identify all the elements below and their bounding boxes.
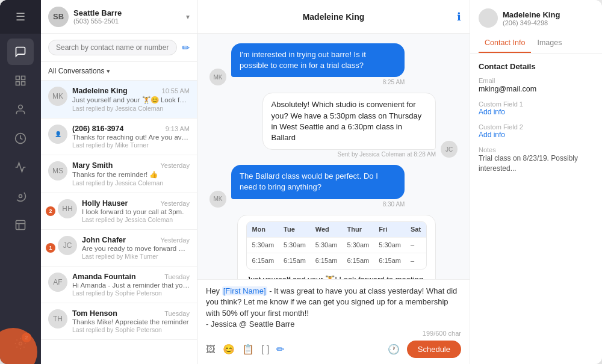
conv-body: Holly Hauser Yesterday I look forward to…: [82, 199, 190, 223]
hamburger-icon[interactable]: ☰: [16, 10, 25, 23]
conv-preview: Hi Amanda - Just a reminder that you're …: [72, 282, 190, 289]
detail-value-email: mking@mail.com: [479, 85, 594, 93]
left-navigation: ☰: [0, 0, 41, 364]
detail-add-custom2[interactable]: Add info: [479, 131, 594, 139]
conv-item-phone[interactable]: 👤 (206) 816-3974 9:13 AM Thanks for reac…: [41, 119, 197, 155]
nav-item-contacts[interactable]: [7, 96, 34, 123]
contact-avatar: [479, 8, 498, 28]
detail-label-custom2: Custom Field 2: [479, 123, 594, 131]
right-panel-content: Contact Details Email mking@mail.com Cus…: [470, 54, 602, 364]
svg-point-4: [19, 105, 23, 110]
conv-item-amanda[interactable]: AF Amanda Fountain Tuesday Hi Amanda - J…: [41, 267, 197, 303]
conv-name: (206) 816-3974: [72, 125, 123, 133]
clock-button[interactable]: 🕐: [388, 344, 400, 355]
input-toolbar: 🖼 😊 📋 [ ] ✏ 🕐 Schedule: [206, 341, 461, 358]
bracket-icon[interactable]: [ ]: [261, 344, 269, 355]
conv-item-tom[interactable]: TH Tom Henson Tuesday Thanks Mike! Appre…: [41, 303, 197, 340]
search-input[interactable]: [56, 43, 169, 52]
chat-input-text[interactable]: Hey [First Name] - It was great to have …: [206, 286, 461, 330]
nav-item-chat[interactable]: [7, 39, 34, 65]
nav-item-clock[interactable]: [7, 125, 34, 152]
filter-bar: All Conversations ▾: [41, 62, 197, 81]
pencil-icon[interactable]: ✏: [276, 344, 284, 355]
chat-contact-name: Madeleine King: [303, 12, 365, 22]
msg-avatar: JC: [441, 141, 458, 158]
svg-rect-1: [22, 76, 25, 80]
business-info: Seattle Barre (503) 555-2501: [73, 8, 186, 25]
sidebar-header: SB Seattle Barre (503) 555-2501 ▾: [41, 0, 197, 34]
conv-preview: Are you ready to move forward with your.…: [82, 245, 190, 252]
template-icon[interactable]: 📋: [242, 344, 254, 355]
conv-replied: Last replied by Jessica Coleman: [82, 216, 190, 223]
schedule-table: Mon Tue Wed Thur Fri Sat Sun: [246, 221, 427, 270]
conv-time: 10:55 AM: [162, 87, 190, 94]
filter-label: All Conversations: [48, 67, 104, 75]
conv-body: Mary Smith Yesterday Thanks for the remi…: [72, 161, 190, 187]
nav-bottom: 2: [7, 330, 34, 364]
nav-item-grid[interactable]: [7, 67, 34, 94]
table-cell: 5:30am: [343, 237, 374, 253]
conv-replied: Last replied by Jessica Coleman: [72, 105, 190, 112]
detail-label-email: Email: [479, 77, 594, 84]
unread-badge: 1: [46, 243, 55, 253]
conv-name: Holly Hauser: [82, 199, 128, 208]
contact-info-header: Madeleine King (206) 349-4298: [503, 10, 560, 26]
conv-avatar: JC: [58, 236, 77, 255]
conv-item-holly[interactable]: 2 HH Holly Hauser Yesterday I look forwa…: [41, 193, 197, 230]
table-cell: 5:30am: [374, 237, 406, 253]
message-row-inbound-2: MK The Ballard class would be perfect. D…: [209, 165, 458, 207]
detail-row-custom2: Custom Field 2 Add info: [479, 123, 594, 139]
nav-icon-list: [7, 34, 34, 330]
msg-time: 8:30 AM: [383, 201, 405, 208]
contact-name: Madeleine King: [503, 10, 560, 19]
schedule-button[interactable]: Schedule: [407, 341, 461, 358]
sidebar: SB Seattle Barre (503) 555-2501 ▾ ✏ All …: [41, 0, 197, 364]
msg-bubble-wrap: Absolutely! Which studio is convenient f…: [262, 93, 436, 158]
conv-time: 9:13 AM: [166, 125, 190, 132]
detail-label-notes: Notes: [479, 146, 594, 153]
conv-avatar: HH: [58, 199, 77, 218]
info-icon[interactable]: ℹ: [457, 10, 461, 23]
msg-bubble-wrap: The Ballard class would be perfect. Do I…: [231, 165, 405, 207]
search-input-wrap[interactable]: [48, 40, 177, 55]
conv-replied: Last replied by Sophie Peterson: [72, 326, 190, 333]
business-dropdown-icon[interactable]: ▾: [186, 13, 190, 21]
filter-chevron-icon[interactable]: ▾: [107, 67, 110, 75]
right-panel: Madeleine King (206) 349-4298 Contact In…: [470, 0, 602, 364]
conv-item-mary[interactable]: MS Mary Smith Yesterday Thanks for the r…: [41, 155, 197, 193]
nav-item-broadcast[interactable]: [7, 154, 34, 180]
conv-name: Amanda Fountain: [72, 273, 136, 281]
msg-avatar: MK: [209, 191, 226, 208]
tab-images[interactable]: Images: [531, 34, 568, 53]
table-cell: –: [406, 253, 426, 269]
nav-item-reports[interactable]: [7, 212, 34, 238]
conv-replied: Last replied by Mike Turner: [82, 253, 190, 260]
conversation-list: MK Madeleine King 10:55 AM Just yourself…: [41, 81, 197, 364]
nav-item-automation[interactable]: [7, 183, 34, 209]
chat-header: Madeleine King ℹ: [197, 0, 470, 34]
first-name-token: [First Name]: [222, 286, 267, 295]
image-icon[interactable]: 🖼: [206, 344, 216, 355]
chat-input-area: Hey [First Name] - It was great to have …: [197, 279, 470, 364]
detail-add-custom1[interactable]: Add info: [479, 108, 594, 116]
char-count: 199/600 char: [423, 330, 461, 337]
right-panel-header: Madeleine King (206) 349-4298: [470, 0, 602, 28]
conv-item-john[interactable]: 1 JC John Chafer Yesterday Are you ready…: [41, 230, 197, 267]
conv-preview: Thanks for the reminder! 👍: [72, 170, 190, 179]
compose-icon[interactable]: ✏: [182, 42, 190, 54]
conv-item-madeleine[interactable]: MK Madeleine King 10:55 AM Just yourself…: [41, 81, 197, 119]
msg-avatar: MK: [209, 69, 226, 85]
table-cell: 6:15am: [343, 253, 374, 269]
conv-body: Tom Henson Tuesday Thanks Mike! Apprecia…: [72, 309, 190, 333]
svg-rect-3: [22, 82, 25, 85]
conv-avatar: AF: [48, 273, 67, 292]
msg-time: 8:25 AM: [383, 79, 405, 85]
table-row: 6:15am 6:15am 6:15am 6:15am 6:15am – –: [247, 253, 427, 269]
msg-bubble-inbound-2: The Ballard class would be perfect. Do I…: [231, 165, 405, 199]
svg-rect-0: [16, 76, 20, 80]
table-header-mon: Mon: [247, 222, 279, 238]
tab-contact-info[interactable]: Contact Info: [479, 34, 531, 53]
emoji-icon[interactable]: 😊: [223, 344, 235, 355]
detail-row-custom1: Custom Field 1 Add info: [479, 100, 594, 116]
table-cell: 6:15am: [311, 253, 343, 269]
